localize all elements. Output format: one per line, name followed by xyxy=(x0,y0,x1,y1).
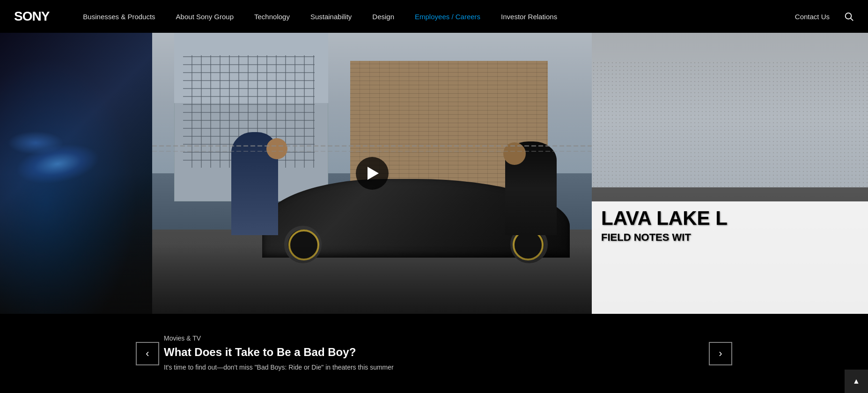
search-button[interactable] xyxy=(844,11,854,22)
scroll-down-button[interactable]: ▲ xyxy=(845,370,868,393)
right-panel-subtitle: FIELD NOTES WIT xyxy=(601,231,859,244)
svg-point-0 xyxy=(846,13,852,19)
nav-design[interactable]: Design xyxy=(362,13,405,21)
nav-investor[interactable]: Investor Relations xyxy=(491,13,567,21)
search-icon xyxy=(844,11,854,22)
carousel-track: LAVA LAKE L FIELD NOTES WIT xyxy=(0,33,868,314)
caption-area: ‹ Movies & TV What Does it Take to Be a … xyxy=(0,314,868,393)
caption-description: It's time to find out—don't miss "Bad Bo… xyxy=(164,363,704,372)
right-panel-title: LAVA LAKE L xyxy=(601,208,859,229)
nav-employees[interactable]: Employees / Careers xyxy=(405,13,491,21)
caption-content: Movies & TV What Does it Take to Be a Ba… xyxy=(164,334,704,372)
right-panel-image: LAVA LAKE L FIELD NOTES WIT xyxy=(592,33,868,314)
nav-businesses[interactable]: Businesses & Products xyxy=(73,13,165,21)
hero-carousel: LAVA LAKE L FIELD NOTES WIT ‹ Movies & T… xyxy=(0,33,868,393)
main-nav: SONY Businesses & Products About Sony Gr… xyxy=(0,0,868,33)
play-button[interactable] xyxy=(356,157,389,190)
panel-left-image xyxy=(0,33,152,314)
scroll-down-icon: ▲ xyxy=(853,377,860,386)
nav-sustainability[interactable]: Sustainability xyxy=(300,13,362,21)
nav-right: Contact Us xyxy=(795,11,854,22)
nav-technology[interactable]: Technology xyxy=(244,13,300,21)
right-text-overlay: LAVA LAKE L FIELD NOTES WIT xyxy=(601,208,859,244)
caption-category: Movies & TV xyxy=(164,334,704,342)
carousel-panel-right: LAVA LAKE L FIELD NOTES WIT xyxy=(592,33,868,314)
caption-title: What Does it Take to Be a Bad Boy? xyxy=(164,346,704,359)
nav-contact[interactable]: Contact Us xyxy=(795,13,830,21)
carousel-panel-center[interactable] xyxy=(152,33,592,314)
sony-logo[interactable]: SONY xyxy=(14,9,49,24)
svg-line-1 xyxy=(851,18,853,21)
nav-about[interactable]: About Sony Group xyxy=(166,13,244,21)
play-icon xyxy=(368,167,379,180)
nav-links: Businesses & Products About Sony Group T… xyxy=(73,13,794,21)
carousel-next-button[interactable]: › xyxy=(709,342,732,365)
carousel-panel-left xyxy=(0,33,152,314)
carousel-prev-button[interactable]: ‹ xyxy=(136,342,159,365)
